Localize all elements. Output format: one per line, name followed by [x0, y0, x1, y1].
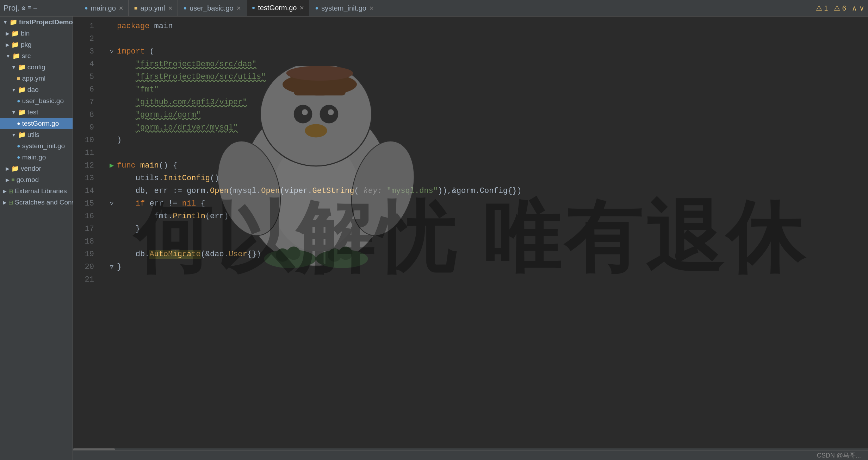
code-line-3: ▽ import ( — [106, 45, 868, 58]
file-icon-yml: ■ — [17, 75, 20, 82]
code-line-8: "gorm.io/gorm" — [106, 109, 868, 121]
code-area[interactable]: package main ▽ import ( — [99, 17, 868, 460]
line-gutter-20: ▽ — [106, 261, 117, 273]
editor-area: 何以解忧 唯有退休 — [73, 17, 868, 460]
sidebar-item-test[interactable]: ▼ 📁 test — [0, 107, 73, 118]
sidebar-item-label: vendor — [21, 165, 41, 172]
folder-icon: 📁 — [12, 52, 20, 60]
run-arrow-icon[interactable]: ▶ — [110, 159, 114, 172]
fold-icon[interactable]: ▽ — [110, 45, 113, 58]
tab-close-icon[interactable]: ✕ — [299, 5, 304, 11]
folder-icon: 📁 — [18, 108, 26, 116]
fold-icon[interactable]: ▽ — [110, 197, 113, 210]
tab-close-icon[interactable]: ✕ — [236, 5, 241, 12]
sidebar-item-system-init-go[interactable]: ● system_init.go — [0, 140, 73, 152]
sidebar-item-app-yml[interactable]: ■ app.yml — [0, 73, 73, 84]
chevron-right-icon: ▶ — [3, 188, 7, 194]
console-icon: ⊟ — [8, 199, 13, 206]
chevron-right-icon: ▶ — [6, 166, 10, 171]
code-line-10: ) — [106, 134, 868, 147]
sidebar-item-dao[interactable]: ▼ 📁 dao — [0, 84, 73, 95]
code-line-4: "firstProjectDemo/src/dao" — [106, 58, 868, 71]
tab-icon-yml: ■ — [134, 5, 138, 11]
sidebar: ▼ 📁 firstProjectDemo E:\goLan... ▶ 📁 bin… — [0, 17, 73, 460]
code-line-16: fmt.Println(err) — [106, 210, 868, 223]
code-line-6: "fmt" — [106, 83, 868, 96]
library-icon: ⊞ — [8, 188, 13, 195]
line-numbers: 1 2 3 4 5 6 7 8 9 10 11 12 13 14 15 16 1… — [73, 17, 99, 286]
sidebar-item-config[interactable]: ▼ 📁 config — [0, 62, 73, 73]
settings-icon[interactable]: ⚙ — [21, 4, 25, 12]
folder-icon: 📁 — [18, 86, 26, 94]
project-title[interactable]: Proj. — [4, 4, 19, 13]
code-line-17: } — [106, 223, 868, 235]
file-icon-go: ● — [17, 120, 20, 127]
statusbar-label: CSDN @马哥... — [817, 451, 861, 460]
line-content-1: package main — [117, 20, 868, 33]
sidebar-item-label: bin — [21, 30, 30, 37]
sidebar-item-label: system_init.go — [22, 142, 65, 150]
code-line-19: db.AutoMigrate(&dao.User{}) — [106, 248, 868, 261]
tab-icon-go: ● — [252, 5, 255, 11]
chevron-right-icon: ▶ — [3, 200, 7, 205]
sidebar-item-label: testGorm.go — [22, 120, 59, 127]
file-icon-go: ● — [17, 143, 20, 149]
titlebar: Proj. ⚙ ≡ — ● main.go ✕ ■ app.yml ✕ ● us… — [0, 0, 868, 17]
sidebar-item-label: test — [27, 108, 38, 116]
sidebar-item-pkg[interactable]: ▶ 📁 pkg — [0, 39, 73, 50]
tab-label: app.yml — [141, 4, 165, 12]
warning-count[interactable]: ⚠ 1 ⚠ 6 ∧ ∨ — [816, 4, 864, 12]
fold-icon[interactable]: ▽ — [110, 261, 113, 273]
chevron-right-icon: ▶ — [6, 42, 10, 48]
tab-system-init-go[interactable]: ● system_init.go ✕ — [310, 0, 379, 16]
line-gutter-15: ▽ — [106, 197, 117, 210]
code-line-5: "firstProjectDemo/src/utils" — [106, 71, 868, 83]
build-icon[interactable]: ≡ — [27, 5, 31, 12]
sidebar-item-external-libraries[interactable]: ▶ ⊞ External Libraries — [0, 185, 73, 197]
code-line-9: "gorm.io/driver/mysql" — [106, 121, 868, 134]
folder-icon: 📁 — [18, 131, 26, 139]
sidebar-item-vendor[interactable]: ▶ 📁 vendor — [0, 163, 73, 174]
tab-label: testGorm.go — [258, 4, 297, 12]
titlebar-right: ⚠ 1 ⚠ 6 ∧ ∨ — [816, 4, 864, 12]
minimize-icon[interactable]: — — [33, 5, 37, 12]
tab-icon-go: ● — [184, 5, 187, 11]
tab-app-yml[interactable]: ■ app.yml ✕ — [129, 0, 178, 16]
sidebar-item-user-basic-go[interactable]: ● user_basic.go — [0, 95, 73, 107]
tab-close-icon[interactable]: ✕ — [369, 5, 374, 12]
tab-user-basic-go[interactable]: ● user_basic.go ✕ — [179, 0, 246, 16]
sidebar-item-bin[interactable]: ▶ 📁 bin — [0, 28, 73, 39]
tab-close-icon[interactable]: ✕ — [168, 5, 173, 12]
sidebar-item-label: pkg — [21, 41, 32, 49]
sidebar-item-label: src — [22, 52, 31, 60]
chevron-down-icon: ▼ — [6, 53, 11, 59]
code-line-11 — [106, 147, 868, 159]
tab-testgorm-go[interactable]: ● testGorm.go ✕ — [247, 0, 310, 16]
sidebar-item-go-mod[interactable]: ▶ ■ go.mod — [0, 174, 73, 185]
project-folder-icon: 📁 — [10, 18, 17, 26]
folder-icon: 📁 — [18, 63, 26, 71]
sidebar-item-scratches-consoles[interactable]: ▶ ⊟ Scratches and Consoles — [0, 197, 73, 208]
tab-label: main.go — [91, 4, 116, 12]
chevron-right-icon: ▶ — [6, 177, 10, 183]
tab-main-go[interactable]: ● main.go ✕ — [80, 0, 129, 16]
tab-close-icon[interactable]: ✕ — [119, 5, 123, 12]
code-line-18 — [106, 235, 868, 248]
tabs-bar: ● main.go ✕ ■ app.yml ✕ ● user_basic.go … — [80, 0, 814, 16]
statusbar: CSDN @马哥... — [73, 450, 868, 460]
code-line-20: ▽ } — [106, 261, 868, 273]
sidebar-item-label: user_basic.go — [22, 97, 64, 105]
sidebar-item-testgorm-go[interactable]: ● testGorm.go — [0, 118, 73, 129]
file-icon-go: ● — [17, 98, 20, 104]
code-line-15: ▽ if err != nil { — [106, 197, 868, 210]
sidebar-item-project-root[interactable]: ▼ 📁 firstProjectDemo E:\goLan... — [0, 17, 73, 28]
sidebar-item-src[interactable]: ▼ 📁 src — [0, 50, 73, 62]
sidebar-item-label: go.mod — [17, 176, 39, 184]
sidebar-item-utils[interactable]: ▼ 📁 utils — [0, 129, 73, 140]
folder-icon: 📁 — [11, 41, 19, 49]
line-gutter-12[interactable]: ▶ — [106, 159, 117, 172]
line-gutter-3: ▽ — [106, 45, 117, 58]
code-line-7: "github.com/spf13/viper" — [106, 96, 868, 109]
tab-icon-go: ● — [85, 5, 88, 11]
sidebar-item-main-go[interactable]: ● main.go — [0, 152, 73, 163]
